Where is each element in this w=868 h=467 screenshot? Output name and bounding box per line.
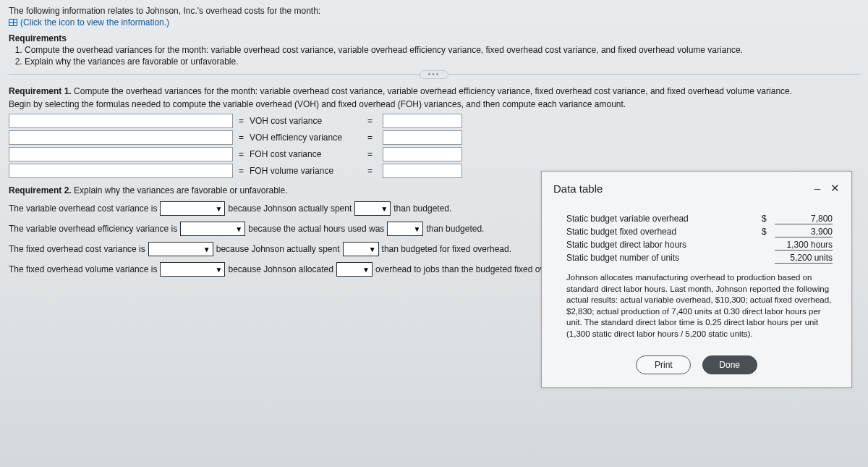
more-less-dropdown[interactable]: ▼ (354, 201, 391, 216)
chevron-down-icon: ▼ (369, 245, 376, 253)
variance-label: FOH volume variance (250, 166, 362, 176)
favorability-dropdown[interactable]: ▼ (160, 201, 225, 216)
formula-select[interactable] (9, 130, 233, 145)
variance-amount-input[interactable] (383, 114, 462, 128)
formula-row-voh-cost: = VOH cost variance = (9, 114, 859, 128)
favorability-dropdown[interactable]: ▼ (148, 242, 213, 256)
formula-select[interactable] (9, 164, 233, 178)
equals-sign: = (239, 166, 244, 176)
close-icon[interactable]: ✕ (830, 182, 840, 195)
view-info-text: (Click the icon to view the information.… (20, 17, 169, 28)
chevron-down-icon: ▼ (216, 266, 223, 274)
equals-sign: = (239, 132, 244, 143)
favorability-dropdown[interactable]: ▼ (180, 222, 245, 236)
data-paragraph: Johnson allocates manufacturing overhead… (566, 272, 833, 340)
table-row: Static budget direct labor hours 1,300 h… (566, 240, 833, 251)
variance-amount-input[interactable] (383, 147, 462, 161)
problem-intro: The following information relates to Joh… (9, 6, 859, 16)
equals-sign: = (239, 149, 244, 159)
formula-row-foh-cost: = FOH cost variance = (9, 147, 859, 161)
requirement-item: Explain why the variances are favorable … (25, 56, 859, 67)
chevron-down-icon: ▼ (362, 266, 370, 274)
variance-label: VOH cost variance (250, 116, 362, 126)
equals-sign: = (367, 132, 373, 143)
chevron-down-icon: ▼ (413, 225, 420, 233)
table-row: Static budget fixed overhead $ 3,900 (566, 227, 833, 237)
requirements-heading: Requirements (9, 33, 859, 43)
requirement-item: Compute the overhead variances for the m… (25, 45, 859, 55)
data-table: Static budget variable overhead $ 7,800 … (566, 214, 833, 264)
equals-sign: = (367, 116, 373, 126)
table-row: Static budget variable overhead $ 7,800 (566, 214, 833, 224)
print-button[interactable]: Print (636, 355, 691, 374)
req1-heading: Requirement 1. Compute the overhead vari… (9, 86, 859, 96)
variance-label: VOH efficiency variance (250, 132, 362, 143)
table-icon (9, 19, 17, 26)
data-table-popup: Data table – ✕ Static budget variable ov… (541, 171, 852, 388)
equals-sign: = (367, 166, 373, 176)
formula-select[interactable] (9, 114, 233, 128)
chevron-down-icon: ▼ (203, 245, 210, 253)
chevron-down-icon: ▼ (380, 205, 388, 213)
equals-sign: = (367, 149, 373, 159)
requirements-list: Compute the overhead variances for the m… (9, 45, 859, 67)
more-less-dropdown[interactable]: ▼ (387, 222, 423, 236)
favorability-dropdown[interactable]: ▼ (160, 262, 225, 277)
formula-row-voh-eff: = VOH efficiency variance = (9, 130, 859, 145)
formula-select[interactable] (9, 147, 233, 161)
variance-amount-input[interactable] (383, 130, 462, 145)
equals-sign: = (239, 116, 244, 126)
done-button[interactable]: Done (702, 355, 757, 374)
variance-amount-input[interactable] (383, 164, 462, 178)
minimize-icon[interactable]: – (814, 182, 820, 195)
view-info-link[interactable]: (Click the icon to view the information.… (9, 17, 859, 28)
variance-label: FOH cost variance (250, 149, 362, 159)
collapse-handle[interactable]: ••• (420, 70, 448, 79)
chevron-down-icon: ▼ (235, 225, 242, 233)
table-row: Static budget number of units 5,200 unit… (566, 253, 833, 264)
more-less-dropdown[interactable]: ▼ (336, 262, 373, 277)
popup-title: Data table (553, 182, 603, 195)
chevron-down-icon: ▼ (216, 205, 223, 213)
req1-subtext: Begin by selecting the formulas needed t… (9, 99, 859, 109)
more-less-dropdown[interactable]: ▼ (343, 242, 379, 256)
